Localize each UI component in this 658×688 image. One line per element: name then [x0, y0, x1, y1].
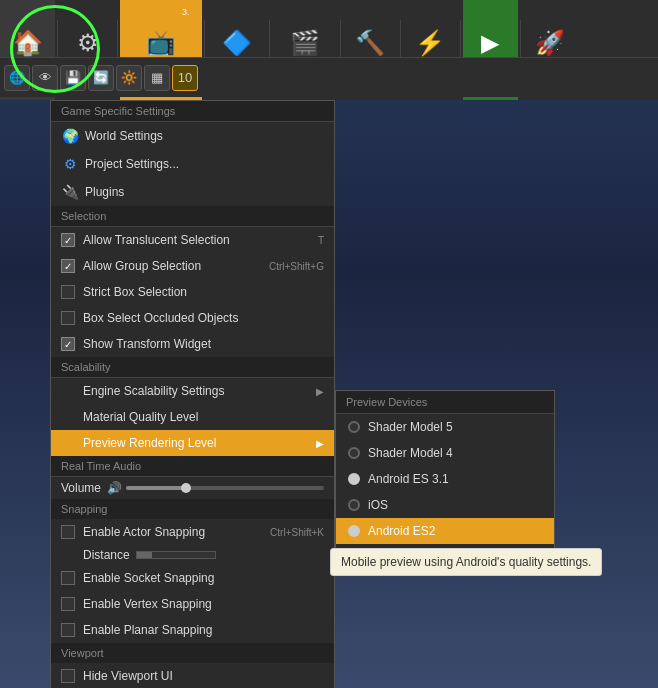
menu-item-world-settings[interactable]: 🌍 World Settings — [51, 122, 334, 150]
toolbar2-eye-icon[interactable]: 👁 — [32, 65, 58, 91]
toolbar2-grid-icon[interactable]: ▦ — [144, 65, 170, 91]
game-specific-label: Game Specific Settings — [51, 101, 334, 122]
enable-actor-shortcut: Ctrl+Shift+K — [270, 527, 324, 538]
world-settings-icon: 🌍 — [61, 127, 79, 145]
menu-item-engine-scalability[interactable]: Engine Scalability Settings ▶ — [51, 378, 334, 404]
allow-translucent-shortcut: T — [318, 235, 324, 246]
engine-scalability-arrow: ▶ — [316, 386, 324, 397]
project-settings-label: Project Settings... — [85, 157, 324, 171]
enable-actor-label: Enable Actor Snapping — [83, 525, 260, 539]
submenu-item-shader-model-5[interactable]: Shader Model 5 — [336, 414, 554, 440]
toolbar2-icons: 🌐 👁 💾 🔄 🔆 ▦ 10 — [0, 65, 202, 91]
ios-radio — [348, 499, 360, 511]
toolbar2-light-icon[interactable]: 🔆 — [116, 65, 142, 91]
submenu-item-android-es31[interactable]: Android ES 3.1 — [336, 466, 554, 492]
distance-bar-fill — [137, 552, 152, 558]
allow-group-label: Allow Group Selection — [83, 259, 259, 273]
hide-viewport-label: Hide Viewport UI — [83, 669, 324, 683]
ios-label: iOS — [368, 498, 388, 512]
android-es2-radio — [348, 525, 360, 537]
world-settings-label: World Settings — [85, 129, 324, 143]
enable-socket-label: Enable Socket Snapping — [83, 571, 324, 585]
cinematics-icon: 🎬 — [290, 29, 320, 57]
menu-item-enable-actor[interactable]: Enable Actor Snapping Ctrl+Shift+K — [51, 519, 334, 545]
scalability-label: Scalability — [51, 357, 334, 378]
menu-item-plugins[interactable]: 🔌 Plugins — [51, 178, 334, 206]
enable-planar-label: Enable Planar Snapping — [83, 623, 324, 637]
allow-group-shortcut: Ctrl+Shift+G — [269, 261, 324, 272]
box-select-occluded-label: Box Select Occluded Objects — [83, 311, 324, 325]
tooltip: Mobile preview using Android's quality s… — [330, 548, 602, 576]
preview-devices-header: Preview Devices — [336, 391, 554, 414]
toolbar2-save-icon[interactable]: 💾 — [60, 65, 86, 91]
allow-translucent-label: Allow Translucent Selection — [83, 233, 308, 247]
submenu-item-shader-model-4[interactable]: Shader Model 4 — [336, 440, 554, 466]
menu-item-enable-socket[interactable]: Enable Socket Snapping — [51, 565, 334, 591]
menu-item-hide-viewport-ui[interactable]: Hide Viewport UI — [51, 663, 334, 688]
shader-model-4-label: Shader Model 4 — [368, 446, 453, 460]
android-es31-label: Android ES 3.1 — [368, 472, 449, 486]
menu-item-project-settings[interactable]: ⚙ Project Settings... — [51, 150, 334, 178]
distance-row: Distance — [51, 545, 334, 565]
preview-devices-submenu: Preview Devices Shader Model 5 Shader Mo… — [335, 390, 555, 571]
shader-model-5-radio — [348, 421, 360, 433]
box-select-occluded-checkbox[interactable] — [61, 311, 75, 325]
snapping-label: Snapping — [51, 499, 334, 519]
place-icon: 🏠 — [13, 29, 43, 57]
distance-bar[interactable] — [136, 551, 216, 559]
menu-item-enable-planar[interactable]: Enable Planar Snapping — [51, 617, 334, 643]
distance-label: Distance — [83, 548, 130, 562]
selection-label: Selection — [51, 206, 334, 227]
android-es2-label: Android ES2 — [368, 524, 435, 538]
enable-vertex-checkbox[interactable] — [61, 597, 75, 611]
material-quality-label: Material Quality Level — [61, 410, 324, 424]
realtime-audio-label: Real Time Audio — [51, 456, 334, 477]
volume-icon: 🔊 — [107, 481, 122, 495]
menu-item-preview-rendering[interactable]: Preview Rendering Level ▶ — [51, 430, 334, 456]
allow-group-checkbox[interactable] — [61, 259, 75, 273]
volume-slider-thumb[interactable] — [181, 483, 191, 493]
menu-item-enable-vertex[interactable]: Enable Vertex Snapping — [51, 591, 334, 617]
plugins-icon: 🔌 — [61, 183, 79, 201]
menu-item-strict-box[interactable]: Strict Box Selection — [51, 279, 334, 305]
strict-box-checkbox[interactable] — [61, 285, 75, 299]
shader-model-4-radio — [348, 447, 360, 459]
hide-viewport-checkbox[interactable] — [61, 669, 75, 683]
settings-icon: ⚙ — [77, 29, 99, 57]
menu-item-box-select-occluded[interactable]: Box Select Occluded Objects — [51, 305, 334, 331]
enable-actor-checkbox[interactable] — [61, 525, 75, 539]
play-icon: ▶ — [481, 29, 499, 57]
es31-badge: 3. — [178, 6, 194, 18]
strict-box-label: Strict Box Selection — [83, 285, 324, 299]
show-transform-label: Show Transform Widget — [83, 337, 324, 351]
submenu-item-ios[interactable]: iOS — [336, 492, 554, 518]
launch-icon: 🚀 — [535, 29, 565, 57]
submenu-item-android-es2[interactable]: Android ES2 — [336, 518, 554, 544]
toolbar2-number-icon[interactable]: 10 — [172, 65, 198, 91]
allow-translucent-checkbox[interactable] — [61, 233, 75, 247]
settings-dropdown-menu: Game Specific Settings 🌍 World Settings … — [50, 100, 335, 688]
preview-rendering-arrow: ▶ — [316, 438, 324, 449]
menu-item-allow-group[interactable]: Allow Group Selection Ctrl+Shift+G — [51, 253, 334, 279]
viewport-label: Viewport — [51, 643, 334, 663]
show-transform-checkbox[interactable] — [61, 337, 75, 351]
toolbar2-globe-icon[interactable]: 🌐 — [4, 65, 30, 91]
volume-slider-fill — [126, 486, 185, 490]
volume-slider[interactable] — [126, 486, 324, 490]
es31-icon: 📺 — [146, 29, 176, 57]
android-es31-radio — [348, 473, 360, 485]
toolbar2-number-label: 10 — [178, 70, 192, 85]
tooltip-text: Mobile preview using Android's quality s… — [341, 555, 591, 569]
blueprints-icon: 🔷 — [222, 29, 252, 57]
enable-planar-checkbox[interactable] — [61, 623, 75, 637]
engine-scalability-label: Engine Scalability Settings — [61, 384, 312, 398]
menu-item-show-transform[interactable]: Show Transform Widget — [51, 331, 334, 357]
toolbar2-refresh-icon[interactable]: 🔄 — [88, 65, 114, 91]
menu-item-material-quality[interactable]: Material Quality Level — [51, 404, 334, 430]
toolbar-row2: 🌐 👁 💾 🔄 🔆 ▦ 10 — [0, 57, 658, 97]
volume-label: Volume — [61, 481, 101, 495]
menu-item-allow-translucent[interactable]: Allow Translucent Selection T — [51, 227, 334, 253]
enable-socket-checkbox[interactable] — [61, 571, 75, 585]
compile-icon: ⚡ — [415, 29, 445, 57]
shader-model-5-label: Shader Model 5 — [368, 420, 453, 434]
